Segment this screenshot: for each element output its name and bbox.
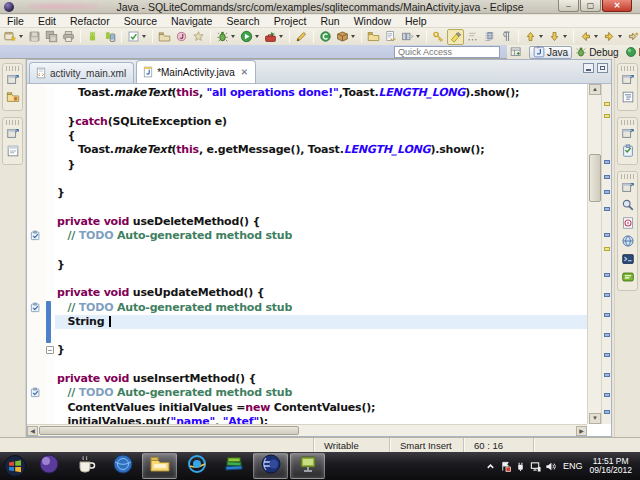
restore-pane-view-button[interactable]	[619, 72, 637, 89]
code-line[interactable]	[55, 100, 587, 114]
vertical-scroll-thumb[interactable]	[589, 154, 601, 202]
new-java-project-button[interactable]	[156, 29, 173, 45]
restore-pane-view-button[interactable]	[619, 180, 637, 197]
drag-handle[interactable]	[6, 120, 19, 125]
code-line[interactable]: }	[55, 343, 587, 357]
task-overview-mark[interactable]	[604, 333, 610, 337]
task-overview-mark[interactable]	[604, 373, 610, 377]
dropdown-arrow-icon[interactable]	[594, 35, 598, 38]
prev-annotation-button[interactable]	[522, 29, 546, 45]
task-overview-mark[interactable]	[604, 410, 610, 414]
code-line[interactable]: private void useDeleteMethod() {	[55, 215, 587, 229]
dropdown-arrow-icon[interactable]	[618, 35, 622, 38]
next-annotation-button[interactable]	[546, 29, 570, 45]
code-line[interactable]: Toast.makeText(this, e.getMessage(), Toa…	[55, 143, 587, 157]
perspective-debug[interactable]: Debug	[572, 46, 621, 59]
code-line[interactable]: }	[55, 258, 587, 272]
open-perspective-button[interactable]	[507, 46, 525, 59]
task-marker-icon[interactable]	[30, 387, 41, 398]
save-all-button[interactable]	[43, 29, 60, 45]
run-last-launched-button[interactable]	[125, 29, 149, 45]
tray-power-icon[interactable]	[513, 452, 528, 480]
task-overview-mark[interactable]	[604, 273, 610, 277]
taskbar-explorer-folder[interactable]	[142, 453, 177, 479]
dropdown-arrow-icon[interactable]	[279, 35, 283, 38]
code-line[interactable]: }	[55, 158, 587, 172]
pilcrow-button[interactable]	[498, 29, 515, 45]
code-line[interactable]: {	[55, 129, 587, 143]
new-wizard-button[interactable]	[2, 29, 26, 45]
menu-source[interactable]: Source	[117, 15, 164, 28]
editor-tab--mainactivity-java[interactable]: *MainActivity.java✕	[136, 60, 256, 83]
code-line[interactable]: }	[55, 186, 587, 200]
overview-ruler[interactable]	[601, 84, 611, 424]
window-maximize-button[interactable]: ▢	[580, 0, 601, 12]
code-line[interactable]	[55, 200, 587, 214]
task-overview-mark[interactable]	[604, 293, 610, 297]
code-line[interactable]: ContentValues initialValues =new Content…	[55, 401, 587, 415]
drag-handle[interactable]	[6, 66, 19, 71]
open-file-button[interactable]	[382, 29, 399, 45]
code-line[interactable]: }catch(SQLiteException e)	[55, 115, 587, 129]
scroll-left-arrow[interactable]: ◀	[27, 426, 38, 436]
mark-occurrences-button[interactable]	[447, 29, 464, 45]
task-overview-mark[interactable]	[604, 175, 610, 179]
task-overview-mark[interactable]	[604, 160, 610, 164]
menu-project[interactable]: Project	[267, 15, 314, 28]
print-button[interactable]	[60, 29, 77, 45]
occurrence-overview-mark[interactable]	[604, 114, 610, 118]
taskbar-screen-recorder[interactable]	[290, 453, 325, 479]
code-line[interactable]	[55, 172, 587, 186]
console-view-button[interactable]	[619, 252, 637, 269]
forward-button[interactable]	[601, 29, 625, 45]
key-button[interactable]	[430, 29, 447, 45]
window-minimize-button[interactable]: –	[558, 0, 579, 12]
block-selection-button[interactable]	[481, 29, 498, 45]
dropdown-arrow-icon[interactable]	[539, 35, 543, 38]
quick-access-input[interactable]	[394, 46, 500, 58]
tab-close-icon[interactable]: ✕	[241, 67, 248, 77]
code-line[interactable]	[55, 243, 587, 257]
task-overview-mark[interactable]	[604, 190, 610, 194]
dropdown-arrow-icon[interactable]	[416, 35, 420, 38]
code-line-current[interactable]: String	[55, 315, 587, 329]
tray-hidden-icons-icon[interactable]	[483, 452, 498, 480]
code-line[interactable]: // TODO Auto-generated method stub	[55, 386, 587, 400]
code-view[interactable]: Toast.makeText(this, "all operations don…	[55, 86, 587, 424]
menu-search[interactable]: Search	[219, 15, 266, 28]
restore-pane-view-button[interactable]	[619, 126, 637, 143]
android-sdk-manager-button[interactable]	[84, 29, 101, 45]
pencil-button[interactable]	[293, 29, 310, 45]
dropdown-arrow-icon[interactable]	[142, 35, 146, 38]
menu-refactor[interactable]: Refactor	[63, 15, 117, 28]
new-class-button[interactable]	[317, 29, 334, 45]
language-indicator[interactable]: ENG	[558, 461, 588, 471]
task-overview-mark[interactable]	[604, 313, 610, 317]
external-tools-button[interactable]	[262, 29, 286, 45]
scroll-up-arrow[interactable]: ▲	[589, 84, 601, 95]
scroll-down-arrow[interactable]: ▼	[589, 413, 601, 424]
declaration-view-button[interactable]	[619, 234, 637, 251]
clock[interactable]: 11:51 PM 09/16/2012	[587, 457, 638, 476]
code-line[interactable]: initialValues.put("name", "Atef");	[55, 415, 587, 424]
drag-handle[interactable]	[621, 174, 634, 179]
save-button[interactable]	[26, 29, 43, 45]
last-edit-button[interactable]	[625, 29, 640, 45]
task-overview-mark[interactable]	[604, 233, 610, 237]
restore-pane-view-button[interactable]	[4, 72, 22, 89]
task-overview-mark[interactable]	[604, 207, 610, 211]
debug-button[interactable]	[214, 29, 238, 45]
back-button[interactable]	[577, 29, 601, 45]
code-line[interactable]: private void useUpdateMethod() {	[55, 286, 587, 300]
show-whitespace-button[interactable]	[464, 29, 481, 45]
menu-help[interactable]: Help	[398, 15, 434, 28]
menu-navigate[interactable]: Navigate	[164, 15, 219, 28]
drag-handle[interactable]	[621, 66, 634, 71]
fold-collapse-icon[interactable]: –	[46, 346, 54, 354]
android-avd-manager-button[interactable]	[101, 29, 118, 45]
window-close-button[interactable]: ✕	[602, 0, 632, 12]
breadcrumb-button[interactable]	[399, 29, 423, 45]
code-line[interactable]: Toast.makeText(this, "all operations don…	[55, 86, 587, 100]
logcat-view-button[interactable]	[619, 270, 637, 287]
dropdown-arrow-icon[interactable]	[255, 35, 259, 38]
